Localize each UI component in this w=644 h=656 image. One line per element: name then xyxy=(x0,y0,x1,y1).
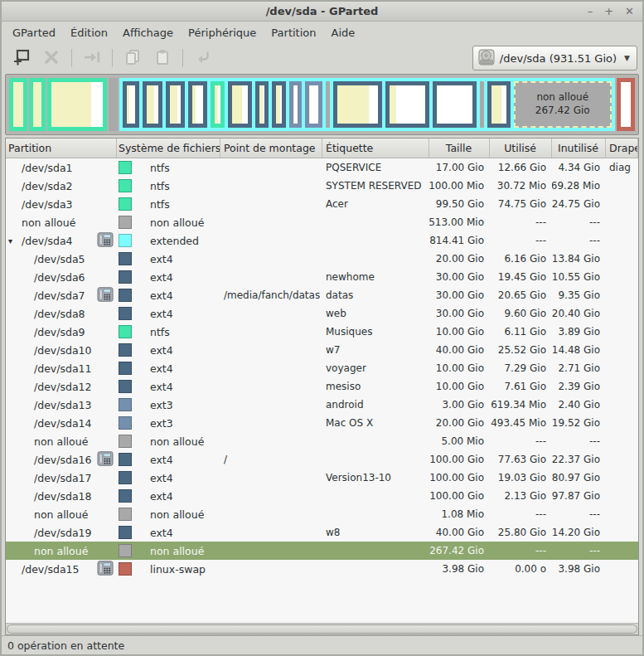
menu-item-peripherique[interactable]: Périphérique xyxy=(181,24,264,41)
viz-segment-ext4[interactable] xyxy=(385,81,429,128)
filesystem-name: extended xyxy=(150,235,199,247)
filesystem-cell: ext4 xyxy=(117,523,220,542)
size-cell: 30.00 Gio xyxy=(429,286,490,304)
column-header-mount[interactable]: Point de montage xyxy=(220,138,322,158)
minimize-icon[interactable]: – xyxy=(588,6,593,17)
partition-name: /dev/sda15 xyxy=(22,563,79,576)
viz-segment-unallocated[interactable] xyxy=(480,81,484,128)
table-row-sda6[interactable]: /dev/sda6ext4newhome30.00 Gio19.45 Gio10… xyxy=(6,268,638,286)
partition-cell: /dev/sda14 xyxy=(6,414,117,432)
table-row-unallocated[interactable]: non allouénon alloué513.00 Mio------ xyxy=(6,213,638,231)
menu-item-partition[interactable]: Partition xyxy=(264,24,323,41)
viz-segment-linux-swap[interactable] xyxy=(617,78,635,131)
column-header-label[interactable]: Étiquette xyxy=(322,138,429,158)
table-row-sda11[interactable]: /dev/sda11ext4voyager10.00 Gio7.29 Gio2.… xyxy=(6,359,638,377)
resize-move-button[interactable] xyxy=(80,46,104,70)
column-header-part[interactable]: Partition xyxy=(6,138,117,158)
viz-segment-extended[interactable]: non alloué267.42 Gio xyxy=(119,78,615,131)
unused-cell: 2.71 Gio xyxy=(552,359,606,377)
mount-point-cell xyxy=(220,341,322,359)
paste-button[interactable] xyxy=(150,46,175,70)
viz-segment-ext4[interactable] xyxy=(272,81,286,128)
table-row-sda15[interactable]: /dev/sda15 linux-swap3.98 Gio0.00 o3.98 … xyxy=(6,560,638,578)
table-row-unallocated[interactable]: non allouénon alloué1.08 Mio------ xyxy=(6,505,638,523)
viz-segment-unallocated-selected[interactable]: non alloué267.42 Gio xyxy=(514,81,612,128)
viz-segment-ext4[interactable] xyxy=(143,81,162,128)
partition-cell: non alloué xyxy=(6,542,117,560)
menu-item-affichage[interactable]: Affichage xyxy=(115,24,181,41)
horizontal-scrollbar[interactable] xyxy=(6,623,638,634)
mount-point-cell xyxy=(220,414,322,432)
table-row-sda13[interactable]: /dev/sda13ext3android3.00 Gio619.34 Mio2… xyxy=(6,396,638,414)
filesystem-color-swatch xyxy=(119,489,132,503)
mount-point-cell: /media/fanch/datas xyxy=(220,286,322,304)
column-header-flags[interactable]: Drapeaux xyxy=(606,138,638,158)
viz-segment-ext4[interactable] xyxy=(487,81,511,128)
viz-segment-ext3[interactable] xyxy=(289,81,302,128)
table-row-unallocated[interactable]: non allouénon alloué267.42 Gio------ xyxy=(6,542,638,560)
table-row-sda7[interactable]: /dev/sda7 ext4/media/fanch/datasdatas30.… xyxy=(6,286,638,304)
title-bar[interactable]: /dev/sda - GParted – + ✕ xyxy=(2,2,642,22)
expander-icon[interactable]: ▾ xyxy=(8,236,22,245)
copy-button[interactable] xyxy=(120,46,145,70)
partition-name: /dev/sda2 xyxy=(22,180,73,192)
table-row-sda3[interactable]: /dev/sda3ntfsAcer99.50 Gio74.75 Gio24.75… xyxy=(6,195,638,213)
viz-segment-ntfs[interactable] xyxy=(9,78,27,131)
table-row-sda4[interactable]: ▾/dev/sda4 extended814.41 Gio------ xyxy=(6,231,638,250)
scrollbar-thumb[interactable] xyxy=(7,624,637,634)
close-icon[interactable]: ✕ xyxy=(625,6,634,17)
new-partition-button[interactable] xyxy=(9,46,34,70)
viz-segment-unallocated[interactable] xyxy=(326,81,330,128)
table-row-sda19[interactable]: /dev/sda19ext4w840.00 Gio25.80 Gio14.20 … xyxy=(6,523,638,542)
menu-item-gparted[interactable]: GParted xyxy=(5,24,63,41)
device-selector[interactable]: /dev/sda (931.51 Gio) ▼ xyxy=(472,46,637,70)
viz-segment-unallocated[interactable] xyxy=(109,78,117,131)
viz-segment-ntfs[interactable] xyxy=(211,81,225,128)
viz-segment-ntfs[interactable] xyxy=(29,78,46,131)
delete-partition-button[interactable] xyxy=(39,46,64,70)
mount-point-cell xyxy=(220,523,322,542)
label-cell: Version13-10 xyxy=(322,469,429,487)
viz-segment-ext4[interactable] xyxy=(255,81,269,128)
maximize-icon[interactable]: + xyxy=(604,6,613,17)
table-row-sda17[interactable]: /dev/sda17ext4Version13-10100.00 Gio19.0… xyxy=(6,469,638,487)
used-cell: --- xyxy=(490,213,552,231)
label-cell xyxy=(322,213,429,231)
filesystem-name: ext4 xyxy=(150,308,173,320)
filesystem-name: ext4 xyxy=(150,527,173,539)
label-cell: android xyxy=(322,396,429,414)
table-row-sda8[interactable]: /dev/sda8ext4web30.00 Gio9.60 Gio20.40 G… xyxy=(6,304,638,323)
viz-segment-ext4[interactable] xyxy=(188,81,207,128)
size-cell: 513.00 Mio xyxy=(429,213,490,231)
table-row-sda1[interactable]: /dev/sda1ntfsPQSERVICE17.00 Gio12.66 Gio… xyxy=(6,158,638,177)
table-row-sda9[interactable]: /dev/sda9ntfsMusiques10.00 Gio6.11 Gio3.… xyxy=(6,323,638,341)
viz-segment-ext4[interactable] xyxy=(228,81,252,128)
table-row-sda12[interactable]: /dev/sda12ext4mesiso10.00 Gio7.61 Gio2.3… xyxy=(6,377,638,396)
table-row-unallocated[interactable]: non allouénon alloué5.00 Mio------ xyxy=(6,432,638,450)
viz-segment-ext3[interactable] xyxy=(305,81,322,128)
column-header-unused[interactable]: Inutilisé xyxy=(552,138,606,158)
table-row-sda2[interactable]: /dev/sda2ntfsSYSTEM RESERVED100.00 Mio30… xyxy=(6,177,638,195)
viz-segment-ntfs[interactable] xyxy=(47,78,107,131)
viz-segment-ext4[interactable] xyxy=(433,81,477,128)
undo-button[interactable] xyxy=(191,46,215,70)
column-header-size[interactable]: Taille xyxy=(429,138,490,158)
table-row-sda16[interactable]: /dev/sda16 ext4/100.00 Gio77.63 Gio22.37… xyxy=(6,450,638,469)
flags-cell xyxy=(606,414,638,432)
mount-point-cell xyxy=(220,359,322,377)
viz-segment-ext4[interactable] xyxy=(123,81,139,128)
used-cell: 20.65 Gio xyxy=(490,286,552,304)
viz-segment-ext4[interactable] xyxy=(166,81,186,128)
table-row-sda10[interactable]: /dev/sda10ext4w740.00 Gio25.52 Gio14.48 … xyxy=(6,341,638,359)
unused-cell: 10.55 Gio xyxy=(552,268,606,286)
column-header-used[interactable]: Utilisé xyxy=(490,138,552,158)
menu-item-aide[interactable]: Aide xyxy=(324,24,363,41)
table-row-sda5[interactable]: /dev/sda5ext420.00 Gio6.16 Gio13.84 Gio xyxy=(6,250,638,268)
column-header-fs[interactable]: Système de fichiers xyxy=(117,138,220,158)
table-row-sda18[interactable]: /dev/sda18ext4100.00 Gio2.13 Gio97.87 Gi… xyxy=(6,487,638,505)
table-row-sda14[interactable]: /dev/sda14ext3Mac OS X20.00 Gio493.45 Mi… xyxy=(6,414,638,432)
viz-segment-ext4[interactable] xyxy=(333,81,382,128)
partition-cell: /dev/sda18 xyxy=(6,487,117,505)
menu-item-edition[interactable]: Édition xyxy=(63,24,115,41)
filesystem-color-swatch xyxy=(119,562,132,576)
